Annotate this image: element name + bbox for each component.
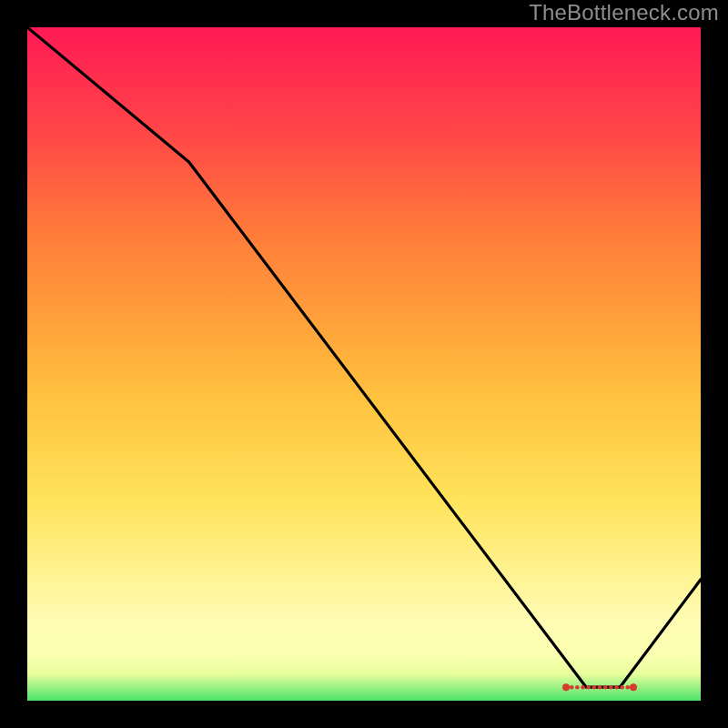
annotation-dot <box>603 685 608 690</box>
annotation-dot <box>626 685 631 690</box>
annotation-dot <box>592 685 597 690</box>
annotation-dot <box>581 685 585 690</box>
annotation-dot <box>586 685 591 690</box>
plot-svg <box>27 27 701 701</box>
annotation-dot <box>570 685 574 690</box>
chart-stage: TheBottleneck.com <box>0 0 728 728</box>
annotation-dot <box>562 683 570 691</box>
annotation-dot <box>620 685 624 690</box>
annotation-dot <box>630 683 637 691</box>
annotation-dot <box>609 685 613 690</box>
annotation-dot <box>614 685 619 690</box>
plot-area <box>27 27 701 701</box>
annotation-dot <box>575 685 580 690</box>
heatmap-background <box>27 27 701 701</box>
annotation-dot <box>598 685 602 690</box>
watermark-text: TheBottleneck.com <box>529 0 719 25</box>
